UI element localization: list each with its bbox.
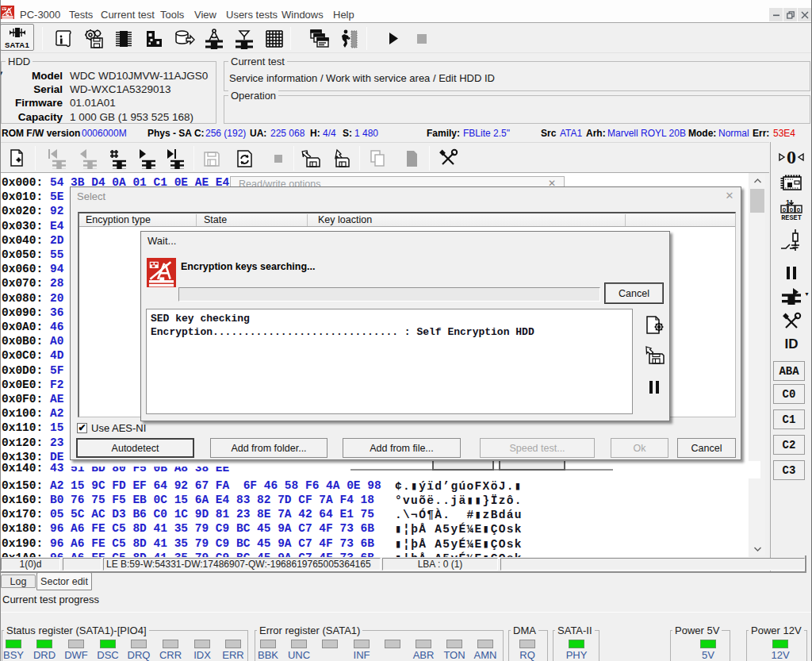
toolbar-gears-floppy-button[interactable] — [79, 25, 108, 52]
hex-row: 0x160:B0 76 75 F5 EB 0C 15 6A E4 83 82 7… — [0, 494, 749, 509]
right-toolbar-pc-card-button[interactable] — [771, 174, 812, 193]
sata1-port-button[interactable]: SATA1 — [0, 24, 34, 51]
sector-toolbar-refresh-sector-button[interactable] — [232, 145, 259, 171]
led-rq — [519, 640, 535, 648]
led-blank — [385, 640, 400, 648]
rom-label: Mode: — [688, 128, 716, 139]
right-toolbar-c1-button[interactable]: C1 — [773, 409, 805, 429]
toolbar-chip-button[interactable] — [109, 25, 138, 52]
toolbar-heads-compass-button[interactable] — [200, 25, 228, 52]
right-toolbar-zero-reset-button[interactable]: 0 — [771, 148, 812, 167]
toolbar-grid-button[interactable] — [260, 25, 289, 52]
right-toolbar-id-text-button[interactable]: ID — [771, 336, 812, 351]
sector-status-row: 1(0)dLE B:59-W:54331-DW:17486907-QW:-196… — [0, 558, 806, 571]
add-from-file-button[interactable]: Add from file... — [343, 438, 461, 458]
add-from-folder-button[interactable]: Add from folder... — [210, 438, 327, 458]
right-toolbar-c3-button[interactable]: C3 — [773, 460, 805, 480]
toolbar-cylinder-arrow-button[interactable] — [170, 25, 198, 52]
log-pause-icon[interactable] — [649, 379, 660, 398]
rom-value: 256 (192) — [205, 128, 246, 139]
menu-item-pc-3000[interactable]: PC-3000 — [20, 9, 60, 21]
hex-address: 0x010: — [2, 190, 43, 203]
right-toolbar-termination-button[interactable] — [771, 229, 812, 252]
scrollbar-thumb[interactable] — [750, 189, 764, 213]
menu-item-view[interactable]: View — [194, 9, 216, 21]
sector-toolbar-new-doc-button[interactable] — [3, 145, 30, 171]
menu-item-users-tests[interactable]: Users tests — [226, 9, 278, 21]
rw-button-fragment — [499, 461, 565, 471]
restore-button[interactable] — [783, 8, 797, 21]
menu-item-tests[interactable]: Tests — [69, 9, 93, 21]
sector-toolbar-tools-button[interactable] — [435, 145, 462, 171]
column-header-key-loaction[interactable]: Key loaction — [318, 214, 372, 225]
hex-bytes: 94 — [50, 263, 63, 275]
toolbar-platter-down-button[interactable] — [230, 25, 259, 52]
toolbar-cascade-windows-button[interactable] — [304, 25, 333, 52]
sector-toolbar-first-sector-button[interactable] — [43, 145, 70, 171]
select-dialog-close-icon[interactable]: ✕ — [722, 190, 737, 202]
column-divider[interactable] — [625, 214, 626, 226]
rom-value: 0006000M — [82, 128, 127, 139]
wait-log-line: Encryption..............................… — [151, 325, 632, 339]
led-label: DSC — [92, 649, 124, 661]
menu-item-help[interactable]: Help — [333, 9, 354, 21]
wait-message: Encryption keys searching... — [181, 261, 316, 272]
wait-cancel-button[interactable]: Cancel — [605, 283, 663, 303]
column-header-encyption-type[interactable]: Encyption type — [86, 214, 151, 225]
sector-toolbar-copy-pages-button[interactable] — [365, 145, 392, 171]
cancel-button[interactable]: Cancel — [677, 438, 736, 458]
menu-item-current-test[interactable]: Current test — [101, 9, 155, 21]
sector-toolbar-prev-sector-button[interactable] — [74, 145, 101, 171]
sector-toolbar-last-sector-button[interactable] — [161, 145, 188, 171]
right-toolbar-pause-button[interactable] — [771, 266, 812, 280]
close-button[interactable] — [798, 8, 811, 21]
toolbar-exit-door-button[interactable] — [335, 25, 363, 52]
hex-address: 0x0E0: — [2, 379, 43, 391]
hdd-legend: HDD — [6, 56, 33, 67]
column-header-state[interactable]: State — [204, 214, 227, 225]
column-divider[interactable] — [196, 214, 197, 226]
platter-run-dropdown-icon[interactable]: ▼ — [804, 291, 810, 297]
sector-toolbar-load-file-button[interactable] — [297, 145, 324, 171]
toolbar-separator — [193, 146, 194, 171]
toolbar-play-button[interactable] — [379, 25, 408, 52]
right-toolbar-aba-button[interactable]: ABA — [773, 361, 805, 381]
sata1-icon — [9, 27, 26, 41]
hex-ascii: °vuõë..jä▮▮}Ïzô. — [395, 494, 523, 507]
led-drd — [36, 640, 52, 648]
minimize-button[interactable] — [769, 8, 783, 21]
hex-scrollbar[interactable] — [749, 174, 765, 555]
right-toolbar-register-reset-button[interactable]: 1 000 RESET — [771, 198, 812, 221]
sector-toolbar-save-button[interactable] — [198, 145, 225, 171]
right-toolbar-c2-button[interactable]: C2 — [773, 435, 805, 455]
sector-toolbar-stop-small-button[interactable] — [265, 145, 292, 171]
hex-address: 0x160: — [2, 494, 43, 506]
scroll-down-icon[interactable] — [749, 542, 765, 555]
svg-text:0: 0 — [797, 206, 801, 213]
tab-sector-edit[interactable]: Sector edit — [36, 572, 92, 590]
log-save-icon[interactable] — [642, 344, 666, 369]
hex-bytes: 96 A6 FE C5 8D 41 35 79 C9 BC 45 9A C7 4… — [50, 522, 374, 535]
right-toolbar-c0-button[interactable]: C0 — [773, 384, 805, 404]
menu-item-tools[interactable]: Tools — [160, 9, 184, 21]
log-options-icon[interactable] — [642, 314, 665, 340]
aes-ni-checkbox[interactable]: ✔ — [77, 423, 87, 433]
toolbar-stop-button[interactable] — [408, 25, 436, 52]
autodetect-button[interactable]: Autodetect — [76, 438, 194, 458]
rom-label: S: — [343, 128, 352, 139]
sector-toolbar-dark-page-button[interactable] — [398, 145, 425, 171]
hex-ascii: ¢.▮ýïd’gúoFXöJ.▮ — [395, 479, 523, 493]
led-group-legend: Power 5V — [672, 624, 722, 636]
scroll-up-icon[interactable] — [749, 174, 765, 187]
hex-bytes: 92 — [50, 205, 63, 217]
column-divider[interactable] — [307, 214, 308, 226]
right-toolbar-tools-button[interactable] — [771, 312, 812, 332]
sector-toolbar-save-file-button[interactable] — [327, 145, 354, 171]
wait-dialog: Wait... Encryption keys searching... Can… — [140, 231, 670, 421]
sector-toolbar-next-sector-button[interactable] — [132, 145, 159, 171]
tab-log[interactable]: Log — [1, 575, 36, 588]
toolbar-blocks-button[interactable] — [140, 25, 168, 52]
menu-item-windows[interactable]: Windows — [282, 9, 324, 21]
toolbar-script-button[interactable] — [49, 25, 78, 52]
sector-toolbar-goto-sector-button[interactable] — [103, 145, 130, 171]
